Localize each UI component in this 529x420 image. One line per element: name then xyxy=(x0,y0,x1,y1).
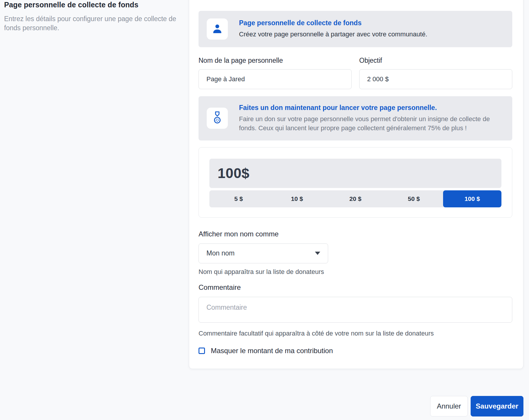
hide-amount-label: Masquer le montant de ma contribution xyxy=(211,347,333,355)
info-banner-title: Page personnelle de collecte de fonds xyxy=(239,19,427,27)
amount-option-5[interactable]: 5 $ xyxy=(209,190,268,207)
medal-icon-tile xyxy=(207,108,228,129)
amount-display-value: 100$ xyxy=(218,165,250,181)
display-name-select[interactable]: Mon nom xyxy=(199,243,328,263)
page-description: Entrez les détails pour configurer une p… xyxy=(4,14,177,33)
donation-banner-title: Faites un don maintenant pour lancer vot… xyxy=(239,104,504,112)
donation-banner-description: Faire un don sur votre page personnelle … xyxy=(239,115,504,133)
goal-label: Objectif xyxy=(359,57,512,65)
comment-label: Commentaire xyxy=(199,283,512,292)
amount-option-20[interactable]: 20 $ xyxy=(326,190,384,207)
amount-option-100[interactable]: 100 $ xyxy=(443,190,501,207)
donation-banner: Faites un don maintenant pour lancer vot… xyxy=(199,96,512,140)
display-name-label: Afficher mon nom comme xyxy=(199,230,512,238)
display-name-helper: Nom qui apparaîtra sur la liste de donat… xyxy=(199,268,512,276)
page-title: Page personnelle de collecte de fonds xyxy=(4,1,177,9)
amount-selector-card: 100$ 5 $ 10 $ 20 $ 50 $ 100 $ xyxy=(199,147,512,218)
user-icon-tile xyxy=(207,18,228,40)
page-name-label: Nom de la page personnelle xyxy=(199,57,352,65)
field-row: Nom de la page personnelle Objectif xyxy=(199,57,512,89)
caret-down-icon xyxy=(315,252,320,255)
display-name-selected-value: Mon nom xyxy=(206,249,235,257)
comment-helper: Commentaire facultatif qui apparaîtra à … xyxy=(199,330,512,337)
fundraising-form-card: Page personnelle de collecte de fonds Cr… xyxy=(189,0,523,369)
cancel-button[interactable]: Annuler xyxy=(430,396,468,416)
hide-amount-checkbox[interactable] xyxy=(199,348,205,354)
amount-option-10[interactable]: 10 $ xyxy=(268,190,326,207)
amount-display: 100$ xyxy=(209,159,501,188)
comment-textarea[interactable] xyxy=(199,297,512,323)
amount-preset-row: 5 $ 10 $ 20 $ 50 $ 100 $ xyxy=(209,190,501,207)
page-name-input[interactable] xyxy=(199,69,352,89)
info-banner: Page personnelle de collecte de fonds Cr… xyxy=(199,11,512,47)
footer-actions: Annuler Sauvegarder xyxy=(430,396,523,416)
save-button[interactable]: Sauvegarder xyxy=(471,396,523,416)
user-icon xyxy=(211,22,223,36)
amount-option-50[interactable]: 50 $ xyxy=(385,190,443,207)
settings-description-panel: Page personnelle de collecte de fonds En… xyxy=(0,0,189,33)
goal-input[interactable] xyxy=(359,69,512,89)
hide-amount-row[interactable]: Masquer le montant de ma contribution xyxy=(199,347,512,355)
info-banner-description: Créez votre page personnelle à partager … xyxy=(239,30,427,39)
medal-icon xyxy=(212,111,223,125)
